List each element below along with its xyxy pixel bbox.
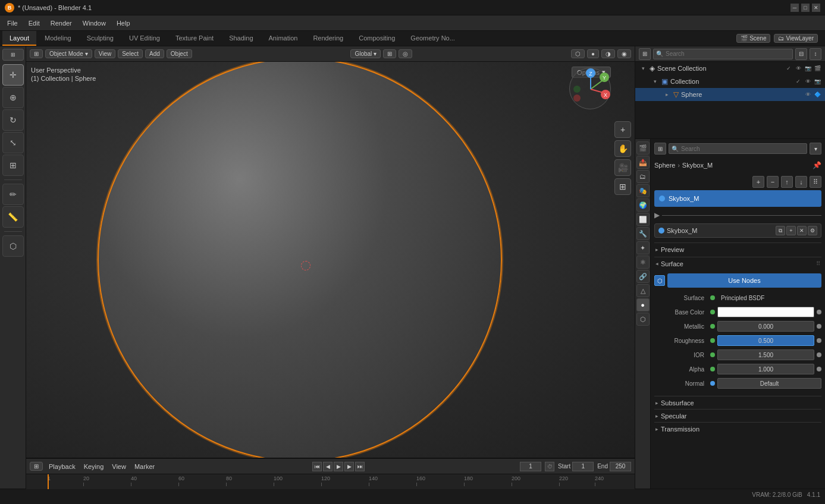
sphere-eye[interactable]: 👁 xyxy=(804,90,812,99)
prop-tab-data[interactable]: △ xyxy=(636,284,650,297)
pin-button[interactable]: 📌 xyxy=(812,160,821,170)
play-btn[interactable]: ▶ xyxy=(334,462,343,471)
mat-remove-btn[interactable]: − xyxy=(767,176,779,188)
timeline-view-menu[interactable]: View xyxy=(109,463,128,470)
roughness-value[interactable]: 0.500 xyxy=(717,335,814,346)
mat-browse-btn[interactable]: ⧉ xyxy=(776,226,785,235)
tab-texture-paint[interactable]: Texture Paint xyxy=(168,31,221,46)
mat-up-btn[interactable]: ↑ xyxy=(781,176,793,188)
outliner-sphere[interactable]: ▸ ▽ Sphere 👁 🔷 xyxy=(635,88,825,101)
mat-unlink-btn[interactable]: ✕ xyxy=(797,226,807,235)
scene-col-camera[interactable]: 📷 xyxy=(804,64,812,73)
object-menu[interactable]: Object xyxy=(167,49,192,58)
prop-tab-world[interactable]: 🌍 xyxy=(636,199,650,212)
sphere-object[interactable] xyxy=(98,62,502,458)
subsurface-section[interactable]: ▸ Subsurface xyxy=(654,396,821,409)
outliner-scene-collection[interactable]: ▾ ◈ Scene Collection ✓ 👁 📷 🎬 xyxy=(635,62,825,75)
timeline-ruler[interactable]: 1 20 40 60 80 100 120 140 160 180 200 22… xyxy=(26,474,635,489)
scene-col-render[interactable]: 🎬 xyxy=(813,64,821,73)
prop-tab-material[interactable]: ● xyxy=(636,298,650,311)
menu-window[interactable]: Window xyxy=(78,18,111,28)
tool-scale[interactable]: ⤡ xyxy=(2,132,24,153)
next-frame-btn[interactable]: ▶ xyxy=(344,462,354,471)
menu-edit[interactable]: Edit xyxy=(24,18,45,28)
titlebar-controls[interactable]: ─ □ ✕ xyxy=(791,4,820,12)
base-color-keyframe[interactable] xyxy=(817,310,821,314)
prop-tab-output[interactable]: 📤 xyxy=(636,156,650,169)
ior-keyframe[interactable] xyxy=(817,352,821,357)
tab-modeling[interactable]: Modeling xyxy=(37,31,79,46)
viewport-shading-wire[interactable]: ⬡ xyxy=(571,49,585,58)
mode-indicator[interactable]: ⊞ xyxy=(2,49,24,61)
tab-compositing[interactable]: Compositing xyxy=(352,31,402,46)
prev-frame-btn[interactable]: ◀ xyxy=(323,462,332,471)
mat-add-btn[interactable]: + xyxy=(752,176,764,188)
tool-rotate[interactable]: ↻ xyxy=(2,109,24,131)
col-eye[interactable]: 👁 xyxy=(804,77,812,86)
surface-section-header[interactable]: ▾ Surface ⠿ xyxy=(654,257,821,270)
start-frame-input[interactable] xyxy=(572,462,594,471)
timeline-marker-menu[interactable]: Marker xyxy=(132,463,157,470)
tool-transform[interactable]: ⊞ xyxy=(2,155,24,176)
surface-type-value[interactable]: Principled BSDF xyxy=(717,292,821,303)
prop-tab-render[interactable]: 🎬 xyxy=(636,141,650,155)
view-menu[interactable]: View xyxy=(95,49,116,58)
specular-section[interactable]: ▸ Specular xyxy=(654,409,821,422)
transmission-section[interactable]: ▸ Transmission xyxy=(654,422,821,435)
tab-layout[interactable]: Layout xyxy=(2,31,36,46)
prop-tab-viewlayer[interactable]: 🗂 xyxy=(636,170,650,183)
alpha-value[interactable]: 1.000 xyxy=(717,364,814,374)
navigation-gizmo[interactable]: Y X Z xyxy=(569,68,617,115)
end-frame-input[interactable] xyxy=(610,462,631,471)
object-mode-button[interactable]: Object Mode ▾ xyxy=(45,49,92,58)
prop-search-input[interactable] xyxy=(681,146,804,152)
camera-view-btn[interactable]: 🎥 xyxy=(614,159,631,176)
normal-value[interactable]: Default xyxy=(717,378,821,389)
transform-selector[interactable]: Global ▾ xyxy=(350,49,381,58)
prop-tab-modifier[interactable]: 🔧 xyxy=(636,227,650,240)
editor-type-button[interactable]: ⊞ xyxy=(30,49,43,58)
outliner-collection[interactable]: ▾ ▣ Collection ✓ 👁 📷 xyxy=(635,75,825,88)
tab-sculpting[interactable]: Sculpting xyxy=(80,31,121,46)
viewport-shading-solid[interactable]: ● xyxy=(587,49,599,58)
menu-render[interactable]: Render xyxy=(46,18,77,28)
prop-tab-particles[interactable]: ✦ xyxy=(636,241,650,254)
mat-settings-btn[interactable]: ⚙ xyxy=(808,226,817,235)
tab-rendering[interactable]: Rendering xyxy=(306,31,350,46)
prop-search[interactable]: 🔍 xyxy=(669,143,807,154)
tool-annotate[interactable]: ✏ xyxy=(2,184,24,205)
viewport-shading-material[interactable]: ◑ xyxy=(601,49,615,58)
prop-editor-type[interactable]: ⊞ xyxy=(654,143,666,155)
tab-animation[interactable]: Animation xyxy=(262,31,305,46)
use-nodes-button[interactable]: Use Nodes xyxy=(667,273,821,288)
col-checkbox[interactable]: ✓ xyxy=(794,77,802,86)
outliner-sync-btn[interactable]: ↕ xyxy=(810,48,821,60)
material-selector[interactable]: Skybox_M ⧉ + ✕ ⚙ xyxy=(654,223,821,238)
maximize-button[interactable]: □ xyxy=(801,4,810,12)
metallic-keyframe[interactable] xyxy=(817,324,821,329)
tool-move[interactable]: ⊕ xyxy=(2,87,24,108)
close-button[interactable]: ✕ xyxy=(812,4,820,12)
jump-start-btn[interactable]: ⏮ xyxy=(312,462,322,471)
roughness-keyframe[interactable] xyxy=(817,338,821,343)
outliner-filter-btn[interactable]: ⊟ xyxy=(795,48,807,60)
prop-tab-physics[interactable]: ⚛ xyxy=(636,256,650,269)
sphere-mat[interactable]: 🔷 xyxy=(813,90,821,99)
col-camera[interactable]: 📷 xyxy=(813,77,821,86)
viewport-canvas[interactable]: User Perspective (1) Collection | Sphere… xyxy=(26,62,635,458)
alpha-keyframe[interactable] xyxy=(817,367,821,371)
mat-more-btn[interactable]: ⠿ xyxy=(810,176,821,188)
mat-down-btn[interactable]: ↓ xyxy=(795,176,807,188)
timeline-playback-menu[interactable]: Playback xyxy=(46,463,78,470)
outliner-search-input[interactable] xyxy=(666,51,790,57)
tab-shading[interactable]: Shading xyxy=(222,31,260,46)
tool-select[interactable]: ✛ xyxy=(2,64,24,86)
menu-help[interactable]: Help xyxy=(112,18,135,28)
scene-col-checkbox[interactable]: ✓ xyxy=(785,64,793,73)
proportional-edit[interactable]: ◎ xyxy=(399,49,412,58)
select-menu[interactable]: Select xyxy=(118,49,143,58)
zoom-in-btn[interactable]: + xyxy=(614,121,631,138)
outliner-search[interactable]: 🔍 xyxy=(653,49,793,59)
current-frame-input[interactable] xyxy=(520,462,541,471)
menu-file[interactable]: File xyxy=(2,18,23,28)
